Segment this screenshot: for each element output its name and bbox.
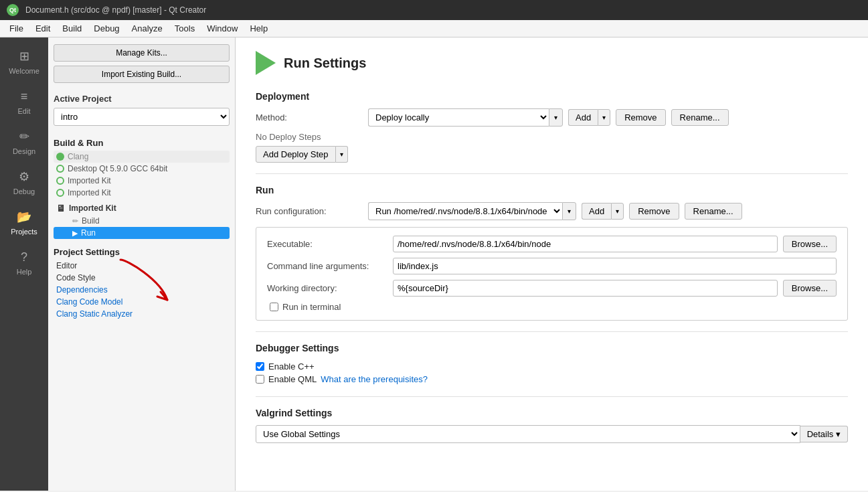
run-remove-button[interactable]: Remove [629, 203, 679, 220]
deployment-add-arrow[interactable]: ▾ [598, 109, 610, 126]
valgrind-details-button[interactable]: Details ▾ [800, 426, 848, 442]
monitor-icon: 🖥 [56, 203, 66, 214]
run-config-arrow[interactable]: ▾ [562, 202, 576, 220]
activity-help-label: Help [17, 268, 32, 276]
run-config-select-container: Run /home/red/.nvs/node/8.8.1/x64/bin/no… [368, 202, 576, 220]
menu-item-analyze[interactable]: Analyze [126, 21, 168, 35]
add-deploy-step-button[interactable]: Add Deploy Step [256, 146, 336, 163]
desktop-qt-dot [56, 165, 64, 173]
menu-item-edit[interactable]: Edit [30, 21, 56, 35]
imported2-label: Imported Kit [68, 188, 111, 197]
add-deploy-step-arrow[interactable]: ▾ [336, 146, 348, 163]
menu-item-file[interactable]: File [4, 21, 29, 35]
method-select-container: Deploy locally ▾ [368, 108, 563, 127]
activity-help[interactable]: ? Help [4, 244, 44, 281]
divider-3 [256, 396, 848, 397]
imported1-label: Imported Kit [68, 176, 111, 185]
menu-item-window[interactable]: Window [201, 21, 243, 35]
desktop-qt-label: Desktop Qt 5.9.0 GCC 64bit [68, 164, 167, 173]
menu-item-tools[interactable]: Tools [169, 21, 200, 35]
titlebar: Qt Document.h (src/doc @ npdf) [master] … [0, 0, 868, 20]
active-project-select[interactable]: intro [54, 108, 230, 126]
build-item-clang[interactable]: Clang [54, 151, 230, 163]
working-dir-input[interactable] [393, 280, 778, 297]
method-select-arrow[interactable]: ▾ [549, 108, 563, 127]
run-add-button[interactable]: Add [582, 203, 611, 220]
activity-projects[interactable]: 📂 Projects [4, 203, 44, 241]
clang-dot [56, 153, 64, 161]
projects-icon: 📂 [16, 209, 32, 225]
page-title: Run Settings [284, 56, 366, 71]
window-title: Document.h (src/doc @ npdf) [master] - Q… [25, 5, 206, 15]
activity-debug[interactable]: ⚙ Debug [4, 163, 44, 201]
page-header: Run Settings [256, 51, 848, 75]
run-config-row: Run configuration: Run /home/red/.nvs/no… [256, 202, 848, 220]
deployment-rename-button[interactable]: Rename... [671, 109, 729, 126]
valgrind-row: Use Global Settings Details ▾ [256, 425, 848, 443]
run-in-terminal-label: Run in terminal [282, 302, 341, 312]
ps-editor[interactable]: Editor [54, 260, 230, 272]
build-item-imported1[interactable]: Imported Kit [54, 175, 230, 187]
ps-clang-code-model[interactable]: Clang Code Model [54, 296, 230, 308]
working-dir-label: Working directory: [267, 283, 387, 293]
run-in-terminal-checkbox[interactable] [270, 303, 278, 311]
browse-executable-button[interactable]: Browse... [783, 236, 837, 252]
play-icon: ▶ [72, 229, 78, 238]
activitybar: ⊞ Welcome ≡ Edit ✏ Design ⚙ Debug 📂 Proj… [0, 37, 48, 491]
run-triangle-icon [256, 51, 276, 75]
activity-design[interactable]: ✏ Design [4, 123, 44, 161]
sidebar: Manage Kits... Import Existing Build... … [48, 37, 236, 491]
edit-icon: ≡ [16, 88, 32, 104]
build-sub-label: Build [82, 216, 100, 226]
executable-row: Executable: Browse... [267, 236, 837, 252]
ps-clang-static-analyzer[interactable]: Clang Static Analyzer [54, 308, 230, 320]
main-layout: ⊞ Welcome ≡ Edit ✏ Design ⚙ Debug 📂 Proj… [0, 37, 868, 491]
build-item-desktop-qt[interactable]: Desktop Qt 5.9.0 GCC 64bit [54, 163, 230, 175]
activity-debug-label: Debug [13, 187, 35, 195]
cmd-args-label: Command line arguments: [267, 261, 387, 271]
prerequisites-link[interactable]: What are the prerequisites? [321, 374, 428, 384]
run-sub-label: Run [81, 228, 96, 238]
menu-item-help[interactable]: Help [244, 21, 273, 35]
welcome-icon: ⊞ [16, 48, 32, 64]
build-run-title: Build & Run [54, 138, 230, 148]
help-icon: ? [16, 249, 32, 265]
project-settings-title: Project Settings [54, 247, 230, 257]
run-add-arrow[interactable]: ▾ [611, 203, 624, 220]
cmd-args-row: Command line arguments: [267, 258, 837, 274]
cmd-args-input[interactable] [393, 258, 837, 274]
enable-cpp-checkbox[interactable] [256, 362, 264, 371]
qt-logo: Qt [7, 4, 19, 16]
working-dir-row: Working directory: Browse... [267, 280, 837, 297]
run-config-select[interactable]: Run /home/red/.nvs/node/8.8.1/x64/bin/no… [368, 202, 562, 220]
deployment-remove-button[interactable]: Remove [616, 109, 665, 126]
enable-cpp-label: Enable C++ [268, 361, 315, 372]
valgrind-select[interactable]: Use Global Settings [256, 425, 800, 443]
run-rename-button[interactable]: Rename... [685, 203, 742, 220]
run-sub-item[interactable]: ▶ Run [54, 227, 230, 239]
build-sub-item[interactable]: ✏ Build [54, 215, 230, 227]
browse-workdir-button[interactable]: Browse... [783, 280, 837, 297]
manage-kits-button[interactable]: Manage Kits... [54, 44, 230, 62]
add-split-btn: Add ▾ [568, 109, 610, 126]
design-icon: ✏ [16, 129, 32, 145]
build-item-imported2[interactable]: Imported Kit [54, 187, 230, 199]
ps-code-style[interactable]: Code Style [54, 272, 230, 284]
import-build-button[interactable]: Import Existing Build... [54, 66, 230, 83]
activity-projects-label: Projects [11, 228, 37, 236]
enable-qml-checkbox[interactable] [256, 375, 264, 384]
clang-label: Clang [68, 152, 88, 161]
executable-input[interactable] [393, 236, 778, 252]
method-select[interactable]: Deploy locally [368, 108, 549, 127]
ps-dependencies[interactable]: Dependencies [54, 284, 230, 296]
activity-edit[interactable]: ≡ Edit [4, 83, 44, 120]
run-section-header: Run [256, 185, 848, 195]
menu-item-build[interactable]: Build [57, 21, 87, 35]
activity-welcome[interactable]: ⊞ Welcome [4, 43, 44, 80]
imported-kit-item[interactable]: 🖥 Imported Kit [54, 201, 230, 215]
debugger-section-header: Debugger Settings [256, 343, 848, 353]
menu-item-debug[interactable]: Debug [88, 21, 124, 35]
method-row: Method: Deploy locally ▾ Add ▾ Remove Re… [256, 108, 848, 127]
deployment-add-button[interactable]: Add [568, 109, 598, 126]
method-label: Method: [256, 112, 363, 122]
